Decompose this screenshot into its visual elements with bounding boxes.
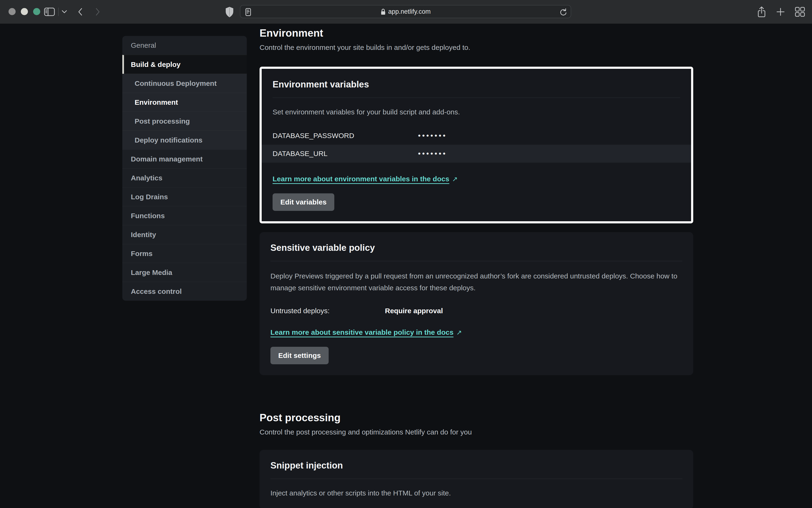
edit-variables-button[interactable]: Edit variables [273,194,334,211]
privacy-shield-icon[interactable] [225,7,234,18]
url-text: app.netlify.com [388,8,431,15]
post-processing-title: Post processing [260,411,693,425]
sensitive-variable-policy-card: Sensitive variable policy Deploy Preview… [260,232,693,375]
window-zoom-button[interactable] [33,8,40,15]
untrusted-deploys-value: Require approval [385,306,443,316]
lock-icon [381,8,386,15]
card-title-environment-variables: Environment variables [273,79,680,90]
share-icon[interactable] [757,6,766,18]
chevron-down-icon[interactable] [62,10,67,14]
sidebar-item-identity[interactable]: Identity [122,225,247,244]
sidebar-item-forms[interactable]: Forms [122,244,247,263]
environment-variables-table: DATABASE_PASSWORD ••••••• DATABASE_URL •… [273,127,680,163]
sidebar-item-continuous-deployment[interactable]: Continuous Deployment [122,74,247,93]
sidebar-toggle-icon[interactable] [44,8,55,16]
variable-masked-value: ••••••• [418,150,447,158]
environment-variables-description: Set environment variables for your build… [273,107,680,117]
sidebar-item-post-processing[interactable]: Post processing [122,112,247,130]
sidebar-item-access-control[interactable]: Access control [122,282,247,301]
toolbar-separator [58,8,59,16]
external-link-icon: ↗ [452,175,458,183]
snippet-injection-description: Inject analytics or other scripts into t… [270,488,682,498]
untrusted-deploys-label: Untrusted deploys: [270,306,385,316]
card-title-snippet-injection: Snippet injection [270,460,682,471]
variable-masked-value: ••••••• [418,132,447,140]
window-controls [8,8,40,15]
new-tab-icon[interactable] [776,7,785,16]
settings-sidebar: General Build & deploy Continuous Deploy… [122,36,247,301]
sidebar-item-build-deploy[interactable]: Build & deploy [122,55,247,74]
table-row: DATABASE_URL ••••••• [262,145,691,163]
address-bar-text: app.netlify.com [240,5,571,18]
sidebar-item-functions[interactable]: Functions [122,206,247,225]
page-title: Environment [260,26,693,40]
toolbar-right-controls [757,0,805,24]
sidebar-item-domain-management[interactable]: Domain management [122,150,247,168]
browser-toolbar: app.netlify.com [0,0,812,24]
window-minimize-button[interactable] [21,8,28,15]
edit-settings-button[interactable]: Edit settings [270,347,328,364]
navigation-controls [44,0,100,24]
environment-variables-docs-link[interactable]: Learn more about environment variables i… [273,175,458,183]
settings-content: Environment Control the environment your… [260,26,693,508]
tab-overview-icon[interactable] [795,7,805,17]
variable-name: DATABASE_URL [273,150,418,158]
forward-button[interactable] [95,8,100,16]
refresh-icon[interactable] [559,8,567,16]
sidebar-item-log-drains[interactable]: Log Drains [122,187,247,206]
sensitive-variable-policy-description: Deploy Previews triggered by a pull requ… [270,270,682,294]
card-title-sensitive-variable-policy: Sensitive variable policy [270,242,682,253]
window-close-button[interactable] [8,8,15,15]
environment-variables-card: Environment variables Set environment va… [262,69,691,221]
snippet-injection-card: Snippet injection Inject analytics or ot… [260,450,693,508]
address-bar[interactable]: app.netlify.com [240,5,571,18]
external-link-icon: ↗ [456,329,462,336]
sidebar-item-large-media[interactable]: Large Media [122,263,247,282]
table-row: DATABASE_PASSWORD ••••••• [262,127,691,145]
sidebar-item-deploy-notifications[interactable]: Deploy notifications [122,130,247,150]
back-button[interactable] [78,8,83,16]
highlight-annotation-box: Environment variables Set environment va… [260,67,693,223]
sensitive-variable-policy-docs-link[interactable]: Learn more about sensitive variable poli… [270,328,462,336]
sidebar-item-analytics[interactable]: Analytics [122,168,247,187]
netlify-settings-page: General Build & deploy Continuous Deploy… [0,24,812,508]
variable-name: DATABASE_PASSWORD [273,132,418,140]
page-subtitle: Control the environment your site builds… [260,42,693,53]
post-processing-subtitle: Control the post processing and optimiza… [260,427,693,437]
untrusted-deploys-row: Untrusted deploys: Require approval [270,306,682,316]
sidebar-item-environment[interactable]: Environment [122,93,247,112]
sidebar-item-general[interactable]: General [122,36,247,55]
